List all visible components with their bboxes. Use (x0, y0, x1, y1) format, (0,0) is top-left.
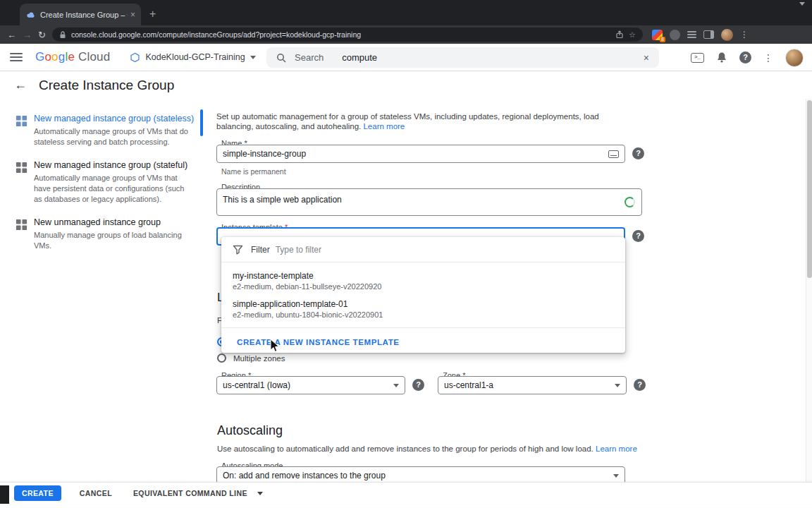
search-clear-icon[interactable]: × (644, 52, 649, 64)
search-label: Search (295, 52, 324, 63)
name-hint: Name is permanent (221, 167, 286, 176)
refresh-icon[interactable]: ↻ (38, 30, 46, 40)
equivalent-command-line-caret-icon[interactable] (257, 492, 263, 495)
autoscaling-mode-value: On: add and remove instances to the grou… (223, 471, 386, 480)
extension-icon[interactable]: 8 (652, 30, 663, 40)
share-icon[interactable] (615, 30, 624, 39)
instance-group-icon (15, 218, 28, 231)
project-hexagon-icon (130, 52, 140, 63)
sidebar-item-title: New managed instance group (stateful) (34, 160, 195, 171)
sidebar-item-desc: Automatically manage groups of VMs that … (34, 173, 190, 205)
user-avatar[interactable] (785, 49, 804, 67)
browser-toolbar: ← → ↻ console.cloud.google.com/compute/i… (0, 25, 812, 44)
scrollbar-thumb[interactable] (807, 100, 812, 278)
dropdown-footer: CREATE A NEW INSTANCE TEMPLATE (221, 327, 625, 356)
extension-icon-2[interactable] (670, 30, 680, 40)
screen-corner-artifact (0, 485, 9, 504)
sidebar-item-stateful[interactable]: New managed instance group (stateful) Au… (0, 154, 211, 211)
sidebar-item-desc: Automatically manage groups of VMs that … (34, 126, 190, 147)
description-value: This is a simple web application (223, 195, 342, 205)
name-help-icon[interactable]: ? (632, 147, 644, 159)
search-query[interactable]: compute (342, 52, 377, 63)
autoscaling-caret-icon (613, 474, 619, 478)
create-new-instance-template-button[interactable]: CREATE A NEW INSTANCE TEMPLATE (237, 338, 400, 346)
forward-icon[interactable]: → (23, 30, 32, 40)
create-button[interactable]: CREATE (14, 485, 61, 501)
project-caret-icon (250, 56, 256, 59)
region-select[interactable]: us-central1 (Iowa) (216, 376, 405, 394)
option-desc: e2-medium, debian-11-bullseye-v20220920 (233, 282, 614, 291)
screen: Create Instance Group – Comp × + ← → ↻ c… (0, 0, 812, 508)
region-caret-icon (393, 384, 399, 387)
wizard-sidebar: New managed instance group (stateless) A… (0, 99, 211, 482)
address-bar[interactable]: console.cloud.google.com/compute/instanc… (52, 28, 643, 42)
extensions-area: 8 ⋮ (652, 29, 749, 41)
gcp-header: Google Cloud KodeKloud-GCP-Training Sear… (0, 44, 812, 71)
instance-template-dropdown: Filter my-instance-template e2-medium, d… (221, 237, 625, 353)
tab-close-icon[interactable]: × (130, 10, 135, 20)
region-help-icon[interactable]: ? (412, 379, 424, 391)
tab-search-icon[interactable] (799, 6, 805, 18)
menu-icon[interactable] (10, 51, 23, 64)
region-value: us-central1 (Iowa) (223, 380, 290, 390)
zone-select[interactable]: us-central1-a (438, 376, 627, 394)
project-selector[interactable]: KodeKloud-GCP-Training (130, 52, 255, 63)
keyboard-icon[interactable] (608, 150, 619, 158)
cancel-button[interactable]: CANCEL (80, 489, 112, 497)
name-field[interactable]: simple-instance-group (216, 145, 625, 163)
autoscaling-mode-select[interactable]: On: add and remove instances to the grou… (216, 466, 625, 482)
back-icon[interactable]: ← (7, 30, 16, 40)
dropdown-option-my-instance-template[interactable]: my-instance-template e2-medium, debian-1… (221, 267, 625, 295)
scrollbar-track[interactable] (806, 99, 812, 482)
lock-icon (59, 31, 66, 39)
zone-help-icon[interactable]: ? (634, 379, 646, 391)
loading-spinner-icon (625, 197, 635, 207)
bookmark-star-icon[interactable]: ☆ (629, 30, 636, 40)
filter-input[interactable] (276, 245, 445, 255)
instance-template-help-icon[interactable]: ? (632, 230, 644, 242)
autoscaling-learn-more-link[interactable]: Learn more (596, 445, 637, 453)
side-panel-icon[interactable] (703, 30, 714, 39)
name-value: simple-instance-group (223, 149, 306, 159)
url-text: console.cloud.google.com/compute/instanc… (71, 30, 610, 39)
form-main: Set up automatic management for a group … (216, 99, 806, 482)
sidebar-item-unmanaged[interactable]: New unmanaged instance group Manually ma… (0, 211, 211, 258)
browser-tab[interactable]: Create Instance Group – Comp × (20, 4, 141, 25)
zone-value: us-central1-a (444, 380, 493, 390)
instance-group-icon (15, 114, 28, 128)
sidebar-item-title: New unmanaged instance group (34, 217, 195, 228)
autoscaling-text: Use autoscaling to automatically add and… (217, 445, 640, 453)
page-back-icon[interactable]: ← (14, 78, 27, 92)
sidebar-item-stateless[interactable]: New managed instance group (stateless) A… (0, 107, 211, 154)
content-area: New managed instance group (stateless) A… (0, 99, 812, 482)
intro-text: Set up automatic management for a group … (216, 111, 624, 131)
extension-lines-icon[interactable] (687, 30, 696, 40)
option-name: simple-application-template-01 (233, 298, 614, 310)
description-field[interactable]: This is a simple web application (216, 188, 642, 216)
equivalent-command-line-button[interactable]: EQUIVALENT COMMAND LINE (133, 489, 247, 497)
footer-action-bar: CREATE CANCEL EQUIVALENT COMMAND LINE (0, 482, 812, 504)
google-cloud-logo[interactable]: Google Cloud (35, 50, 110, 64)
tab-title: Create Instance Group – Comp (40, 11, 128, 19)
browser-profile-avatar[interactable] (721, 29, 733, 41)
notifications-bell-icon[interactable] (716, 52, 727, 64)
new-tab-button[interactable]: + (149, 8, 156, 20)
sidebar-item-desc: Manually manage groups of load balancing… (34, 230, 190, 251)
dropdown-option-simple-application-template[interactable]: simple-application-template-01 e2-medium… (221, 295, 625, 323)
dropdown-options: my-instance-template e2-medium, debian-1… (221, 262, 625, 327)
mouse-cursor (270, 339, 280, 353)
intro-learn-more-link[interactable]: Learn more (363, 122, 405, 131)
header-icons: >_ ? ⋮ (691, 44, 804, 71)
page-header: ← Create Instance Group (0, 71, 812, 99)
browser-menu-icon[interactable]: ⋮ (740, 30, 749, 40)
global-search-bar[interactable]: Search compute × (266, 47, 659, 68)
instance-group-icon (15, 161, 28, 174)
filter-label: Filter (251, 245, 270, 255)
header-more-icon[interactable]: ⋮ (763, 52, 773, 64)
help-icon[interactable]: ? (739, 52, 751, 64)
project-name: KodeKloud-GCP-Training (145, 52, 245, 62)
filter-funnel-icon (233, 245, 243, 255)
dropdown-filter-row[interactable]: Filter (221, 237, 625, 262)
option-desc: e2-medium, ubuntu-1804-bionic-v20220901 (233, 310, 614, 320)
cloud-shell-icon[interactable]: >_ (691, 53, 704, 63)
